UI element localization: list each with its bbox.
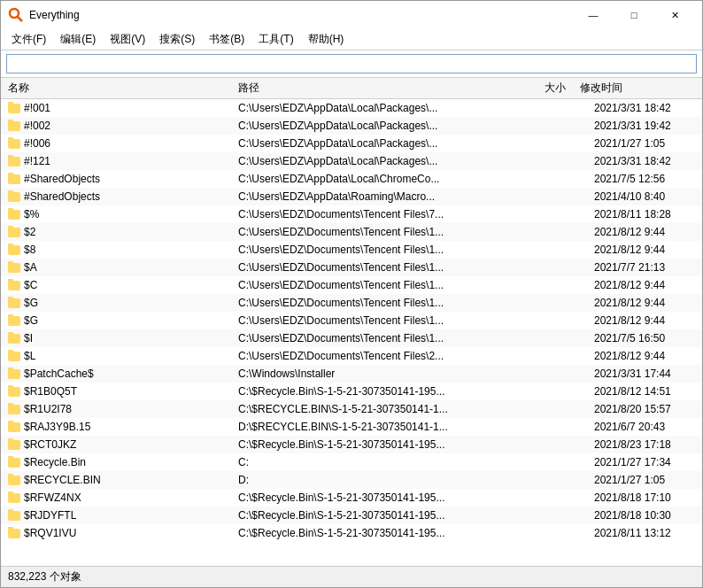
table-row[interactable]: $2C:\Users\EDZ\Documents\Tencent Files\1… bbox=[1, 223, 702, 241]
row-name-text: $8 bbox=[24, 244, 35, 256]
row-name-text: #SharedObjects bbox=[24, 173, 100, 185]
menu-item[interactable]: 工具(T) bbox=[251, 30, 300, 49]
folder-icon bbox=[8, 387, 20, 397]
table-row[interactable]: $RJDYFTLC:\$Recycle.Bin\S-1-5-21-3073501… bbox=[1, 507, 702, 524]
row-date-cell: 2021/7/7 21:13 bbox=[587, 261, 702, 274]
folder-icon bbox=[8, 298, 20, 308]
folder-icon bbox=[8, 281, 20, 290]
row-name-cell: $PatchCache$ bbox=[1, 368, 231, 380]
row-path-cell: C:\Users\EDZ\Documents\Tencent Files\7..… bbox=[231, 208, 516, 220]
row-name-cell: #!002 bbox=[1, 120, 231, 132]
table-row[interactable]: $8C:\Users\EDZ\Documents\Tencent Files\1… bbox=[1, 241, 702, 259]
table-row[interactable]: $RAJ3Y9B.15D:\$RECYCLE.BIN\S-1-5-21-3073… bbox=[1, 418, 702, 436]
menu-item[interactable]: 搜索(S) bbox=[152, 30, 202, 49]
row-name-cell: $2 bbox=[1, 226, 231, 238]
folder-icon bbox=[8, 228, 20, 237]
table-row[interactable]: $IC:\Users\EDZ\Documents\Tencent Files\1… bbox=[1, 329, 702, 347]
row-date-cell: 2021/1/27 1:05 bbox=[587, 137, 702, 150]
search-input[interactable] bbox=[6, 54, 697, 74]
menu-item[interactable]: 文件(F) bbox=[4, 30, 53, 49]
row-date-cell: 2021/3/31 18:42 bbox=[587, 155, 702, 167]
row-name-cell: $8 bbox=[1, 244, 231, 256]
folder-icon bbox=[8, 210, 20, 220]
row-name-cell: $C bbox=[1, 279, 231, 291]
row-path-cell: C:\Users\EDZ\AppData\Local\Packages\... bbox=[231, 155, 516, 167]
table-row[interactable]: $RFWZ4NXC:\$Recycle.Bin\S-1-5-21-3073501… bbox=[1, 489, 702, 507]
menu-bar: 文件(F)编辑(E)视图(V)搜索(S)书签(B)工具(T)帮助(H) bbox=[1, 29, 702, 50]
folder-icon bbox=[8, 157, 20, 166]
folder-icon bbox=[8, 174, 20, 184]
column-name-header[interactable]: 名称 bbox=[1, 81, 231, 96]
row-date-cell: 2021/8/12 9:44 bbox=[587, 314, 702, 327]
menu-item[interactable]: 编辑(E) bbox=[53, 30, 103, 49]
row-date-cell: 2021/3/31 18:42 bbox=[587, 102, 702, 114]
row-date-cell: 2021/8/12 9:44 bbox=[587, 279, 702, 291]
column-path-header[interactable]: 路径 bbox=[231, 81, 502, 96]
menu-item[interactable]: 书签(B) bbox=[202, 30, 251, 49]
row-name-cell: $L bbox=[1, 350, 231, 362]
table-row[interactable]: $R1U2I78C:\$RECYCLE.BIN\S-1-5-21-3073501… bbox=[1, 400, 702, 418]
table-row[interactable]: #!006C:\Users\EDZ\AppData\Local\Packages… bbox=[1, 135, 702, 152]
row-name-text: $L bbox=[24, 350, 35, 362]
folder-icon bbox=[8, 458, 20, 468]
maximize-button[interactable]: □ bbox=[614, 1, 654, 29]
minimize-button[interactable]: — bbox=[573, 1, 614, 29]
row-name-text: $I bbox=[24, 332, 33, 344]
row-date-cell: 2021/8/12 9:44 bbox=[587, 297, 702, 309]
row-date-cell: 2021/6/7 20:43 bbox=[587, 421, 702, 433]
close-button[interactable]: ✕ bbox=[654, 1, 695, 29]
row-name-cell: $RAJ3Y9B.15 bbox=[1, 421, 231, 433]
folder-icon bbox=[8, 476, 20, 485]
row-name-cell: $R1U2I78 bbox=[1, 403, 231, 415]
row-date-cell: 2021/3/31 17:44 bbox=[587, 368, 702, 380]
row-name-cell: #!006 bbox=[1, 137, 231, 150]
table-row[interactable]: $CC:\Users\EDZ\Documents\Tencent Files\1… bbox=[1, 276, 702, 294]
table-row[interactable]: #!002C:\Users\EDZ\AppData\Local\Packages… bbox=[1, 117, 702, 135]
row-path-cell: C:\Users\EDZ\AppData\Local\Packages\... bbox=[231, 137, 516, 150]
window-title: Everything bbox=[29, 9, 80, 21]
table-row[interactable]: #!001C:\Users\EDZ\AppData\Local\Packages… bbox=[1, 99, 702, 117]
table-row[interactable]: $PatchCache$C:\Windows\Installer2021/3/3… bbox=[1, 365, 702, 383]
row-name-text: $RECYCLE.BIN bbox=[24, 474, 101, 486]
table-row[interactable]: #!121C:\Users\EDZ\AppData\Local\Packages… bbox=[1, 152, 702, 170]
table-row[interactable]: $RQV1IVUC:\$Recycle.Bin\S-1-5-21-3073501… bbox=[1, 524, 702, 542]
table-row[interactable]: $GC:\Users\EDZ\Documents\Tencent Files\1… bbox=[1, 312, 702, 329]
folder-icon bbox=[8, 316, 20, 326]
row-name-text: $RAJ3Y9B.15 bbox=[24, 421, 90, 433]
row-date-cell: 2021/8/12 9:44 bbox=[587, 226, 702, 238]
row-path-cell: C:\$Recycle.Bin\S-1-5-21-307350141-195..… bbox=[231, 509, 516, 522]
table-body: #!001C:\Users\EDZ\AppData\Local\Packages… bbox=[1, 99, 702, 566]
table-row[interactable]: $RECYCLE.BIND:2021/1/27 1:05 bbox=[1, 471, 702, 489]
table-row[interactable]: #SharedObjectsC:\Users\EDZ\AppData\Local… bbox=[1, 170, 702, 188]
table-row[interactable]: $RCT0JKZC:\$Recycle.Bin\S-1-5-21-3073501… bbox=[1, 436, 702, 453]
column-date-header[interactable]: 修改时间 bbox=[573, 81, 688, 96]
folder-icon bbox=[8, 369, 20, 379]
row-path-cell: C:\Users\EDZ\AppData\Local\ChromeCo... bbox=[231, 173, 516, 185]
table-row[interactable]: $R1B0Q5TC:\$Recycle.Bin\S-1-5-21-3073501… bbox=[1, 383, 702, 400]
row-name-cell: $G bbox=[1, 314, 231, 327]
folder-icon bbox=[8, 192, 20, 202]
status-bar: 832,223 个对象 bbox=[1, 566, 702, 587]
row-name-text: $% bbox=[24, 208, 39, 220]
menu-item[interactable]: 帮助(H) bbox=[301, 30, 352, 49]
row-date-cell: 2021/8/11 18:28 bbox=[587, 208, 702, 220]
svg-line-1 bbox=[18, 17, 22, 21]
menu-item[interactable]: 视图(V) bbox=[103, 30, 152, 49]
row-path-cell: C:\Users\EDZ\Documents\Tencent Files\2..… bbox=[231, 350, 516, 362]
folder-icon bbox=[8, 334, 20, 344]
column-size-header[interactable]: 大小 bbox=[502, 81, 573, 96]
row-name-text: #!002 bbox=[24, 120, 50, 132]
table-row[interactable]: $GC:\Users\EDZ\Documents\Tencent Files\1… bbox=[1, 294, 702, 312]
table-row[interactable]: $Recycle.BinC:2021/1/27 17:34 bbox=[1, 453, 702, 471]
table-row[interactable]: $AC:\Users\EDZ\Documents\Tencent Files\1… bbox=[1, 259, 702, 276]
row-date-cell: 2021/8/20 15:57 bbox=[587, 403, 702, 415]
row-name-cell: $RJDYFTL bbox=[1, 509, 231, 522]
row-name-cell: $RFWZ4NX bbox=[1, 491, 231, 504]
table-row[interactable]: $%C:\Users\EDZ\Documents\Tencent Files\7… bbox=[1, 205, 702, 223]
row-name-cell: $RCT0JKZ bbox=[1, 438, 231, 451]
row-path-cell: C:\Users\EDZ\Documents\Tencent Files\1..… bbox=[231, 279, 516, 291]
table-row[interactable]: #SharedObjectsC:\Users\EDZ\AppData\Roami… bbox=[1, 188, 702, 205]
row-name-cell: #!001 bbox=[1, 102, 231, 114]
row-date-cell: 2021/8/12 14:51 bbox=[587, 385, 702, 398]
table-row[interactable]: $LC:\Users\EDZ\Documents\Tencent Files\2… bbox=[1, 347, 702, 365]
